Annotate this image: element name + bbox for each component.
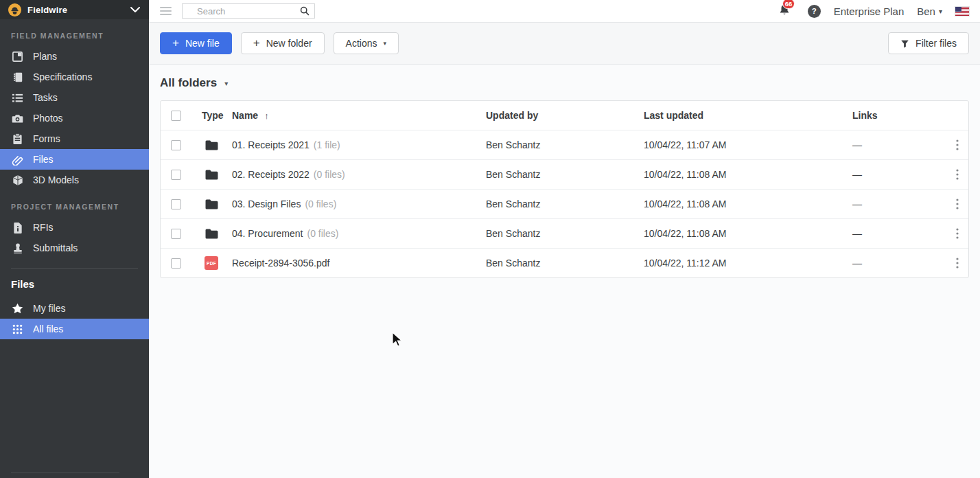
document-icon: [11, 222, 24, 234]
sidebar-item-tasks[interactable]: Tasks: [0, 87, 149, 108]
row-checkbox[interactable]: [171, 199, 181, 209]
sidebar-item-forms[interactable]: Forms: [0, 128, 149, 149]
row-menu-button[interactable]: [946, 198, 968, 209]
column-header-name[interactable]: Name ↑: [232, 110, 486, 121]
row-menu-button[interactable]: [946, 228, 968, 239]
file-count: (1 file): [314, 139, 340, 150]
search-box[interactable]: [182, 3, 315, 19]
actions-button[interactable]: Actions ▾: [334, 32, 399, 54]
new-folder-button[interactable]: + New folder: [241, 32, 325, 54]
hamburger-menu-icon[interactable]: [160, 7, 172, 15]
search-input[interactable]: [189, 6, 300, 16]
file-name[interactable]: 03. Design Files: [232, 198, 301, 209]
cube-icon: [11, 174, 24, 186]
select-all-checkbox[interactable]: [171, 111, 181, 121]
help-icon[interactable]: ?: [808, 5, 821, 18]
page-title: All folders: [160, 76, 217, 90]
sidebar-item-all-files[interactable]: All files: [0, 319, 149, 339]
row-menu-button[interactable]: [946, 258, 968, 269]
sidebar-item-label: Files: [33, 154, 54, 165]
sidebar-item-label: Tasks: [33, 92, 58, 103]
folder-icon: [205, 169, 219, 181]
file-count: (0 files): [307, 228, 339, 239]
section-title-field-management: FIELD MANAGEMENT: [0, 19, 149, 46]
sidebar-item-label: 3D Models: [33, 174, 79, 185]
sidebar-item-label: Specifications: [33, 71, 92, 82]
sidebar-item-label: Submittals: [33, 242, 78, 253]
filter-files-button[interactable]: Filter files: [888, 32, 969, 54]
tasks-icon: [11, 93, 24, 103]
row-checkbox[interactable]: [171, 170, 181, 180]
sidebar-item-photos[interactable]: Photos: [0, 108, 149, 128]
sidebar-item-3d-models[interactable]: 3D Models: [0, 170, 149, 190]
sidebar-item-rfis[interactable]: RFIs: [0, 217, 149, 238]
last-updated: 10/04/22, 11:12 AM: [644, 258, 852, 269]
file-name[interactable]: 02. Receipts 2022: [232, 169, 310, 180]
row-checkbox[interactable]: [171, 140, 181, 150]
column-header-updated-by[interactable]: Updated by: [486, 110, 644, 121]
last-updated: 10/04/22, 11:07 AM: [644, 139, 852, 150]
file-count: (0 files): [305, 198, 336, 209]
new-file-label: New file: [185, 38, 220, 49]
table-row[interactable]: PDF Receipt-2894-3056.pdf Ben Schantz 10…: [161, 248, 968, 277]
sidebar-item-files[interactable]: Files: [0, 149, 149, 170]
last-updated: 10/04/22, 11:08 AM: [644, 169, 852, 180]
updated-by: Ben Schantz: [486, 169, 644, 180]
table-row[interactable]: 01. Receipts 2021(1 file) Ben Schantz 10…: [161, 130, 968, 159]
column-header-links[interactable]: Links: [852, 110, 946, 121]
sidebar-item-label: All files: [33, 323, 63, 334]
chevron-down-icon[interactable]: ▾: [224, 80, 228, 87]
last-updated: 10/04/22, 11:08 AM: [644, 198, 852, 209]
filter-funnel-icon: [900, 39, 909, 48]
sort-ascending-icon: ↑: [264, 111, 269, 121]
search-icon[interactable]: [300, 6, 310, 16]
updated-by: Ben Schantz: [486, 139, 644, 150]
sidebar-item-specifications[interactable]: Specifications: [0, 67, 149, 87]
row-menu-button[interactable]: [946, 139, 968, 150]
table-row[interactable]: 04. Procurement(0 files) Ben Schantz 10/…: [161, 218, 968, 248]
sidebar-item-submittals[interactable]: Submittals: [0, 238, 149, 258]
plans-icon: [11, 51, 24, 62]
notifications-bell-icon[interactable]: 66: [778, 3, 791, 19]
column-header-type[interactable]: Type: [187, 110, 232, 121]
sidebar-item-label: Plans: [33, 51, 57, 62]
sidebar-item-label: RFIs: [33, 222, 54, 233]
folder-icon: [205, 139, 219, 151]
sidebar-item-label: Forms: [33, 133, 60, 144]
content-area: All folders ▾ Type Name ↑ Updated by Las…: [149, 65, 980, 478]
file-name[interactable]: 04. Procurement: [232, 228, 303, 239]
folder-icon: [205, 228, 219, 240]
language-flag-icon[interactable]: [955, 7, 969, 16]
section-title-project-management: PROJECT MANAGEMENT: [0, 190, 149, 217]
brand-name: Fieldwire: [27, 5, 67, 15]
user-menu[interactable]: Ben ▾: [917, 5, 942, 17]
row-menu-button[interactable]: [946, 169, 968, 180]
file-name[interactable]: Receipt-2894-3056.pdf: [232, 258, 329, 269]
file-name[interactable]: 01. Receipts 2021: [232, 139, 310, 150]
sidebar-item-label: My files: [33, 303, 65, 314]
new-file-button[interactable]: + New file: [160, 32, 232, 54]
table-row[interactable]: 03. Design Files(0 files) Ben Schantz 10…: [161, 189, 968, 218]
user-name: Ben: [917, 5, 935, 17]
row-checkbox[interactable]: [171, 258, 181, 269]
topbar: 66 ? Enterprise Plan Ben ▾: [149, 0, 980, 23]
project-switcher[interactable]: Fieldwire: [0, 0, 149, 19]
table-row[interactable]: 02. Receipts 2022(0 files) Ben Schantz 1…: [161, 159, 968, 189]
chevron-down-icon: ▾: [384, 40, 387, 47]
sidebar-item-plans[interactable]: Plans: [0, 46, 149, 67]
files-group-heading: Files: [0, 269, 149, 298]
topbar-right-group: 66 ? Enterprise Plan Ben ▾: [778, 3, 969, 19]
sidebar-item-my-files[interactable]: My files: [0, 298, 149, 319]
grid-icon: [11, 324, 24, 334]
updated-by: Ben Schantz: [486, 198, 644, 209]
links-value: —: [852, 198, 946, 209]
row-checkbox[interactable]: [171, 229, 181, 239]
filter-files-label: Filter files: [915, 38, 957, 49]
plan-label: Enterprise Plan: [834, 5, 905, 17]
sidebar-bottom-divider: [11, 473, 119, 473]
last-updated: 10/04/22, 11:08 AM: [644, 228, 852, 239]
column-header-last-updated[interactable]: Last updated: [644, 110, 852, 121]
updated-by: Ben Schantz: [486, 258, 644, 269]
updated-by: Ben Schantz: [486, 228, 644, 239]
links-value: —: [852, 258, 946, 269]
